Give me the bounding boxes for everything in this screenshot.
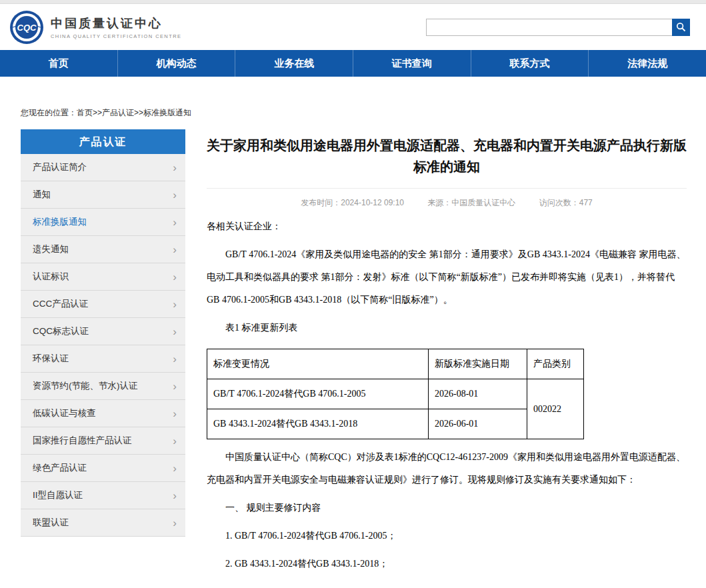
brand[interactable]: CQC 中国质量认证中心 CHINA QUALITY CERTIFICATION… bbox=[9, 10, 181, 45]
table-caption: 表1 标准更新列表 bbox=[207, 317, 687, 339]
sidebar-title: 产品认证 bbox=[21, 129, 185, 154]
sidebar-item-standard-change[interactable]: 标准换版通知 › bbox=[21, 209, 185, 236]
col-header-date: 新版标准实施日期 bbox=[429, 349, 527, 379]
article-body: 各相关认证企业： GB/T 4706.1-2024《家用及类似用途电器的的安全 … bbox=[207, 215, 687, 575]
nav-item-home[interactable]: 首页 bbox=[0, 50, 117, 77]
table-header-row: 标准变更情况 新版标准实施日期 产品类别 bbox=[207, 349, 584, 379]
search-input[interactable] bbox=[426, 19, 672, 36]
chevron-right-icon: › bbox=[173, 490, 177, 501]
list-item-1: 1. GB/T 4706.1-2024替代GB 4706.1-2005； bbox=[207, 525, 687, 547]
nav-item-law[interactable]: 法律法规 bbox=[588, 50, 706, 77]
sidebar-item-intro[interactable]: 产品认证简介 › bbox=[21, 154, 185, 181]
chevron-right-icon: › bbox=[173, 381, 177, 392]
sidebar-item-cert-mark[interactable]: 认证标识 › bbox=[21, 263, 185, 291]
visit-count: 访问次数：477 bbox=[539, 198, 593, 207]
search-icon bbox=[676, 22, 686, 32]
logo-text: CQC bbox=[17, 23, 37, 33]
paragraph-1: GB/T 4706.1-2024《家用及类似用途电器的的安全 第1部分：通用要求… bbox=[207, 243, 687, 311]
source: 来源：中国质量认证中心 bbox=[427, 198, 515, 207]
sidebar-item-type2-voluntary[interactable]: II型自愿认证 › bbox=[21, 482, 185, 509]
chevron-right-icon: › bbox=[173, 408, 177, 419]
cell-change-2: GB 4343.1-2024替代GB 4343.1-2018 bbox=[207, 409, 429, 439]
chevron-right-icon: › bbox=[173, 435, 177, 447]
cell-date-2: 2026-06-01 bbox=[429, 409, 527, 439]
chevron-right-icon: › bbox=[173, 353, 177, 365]
cqc-logo-icon: CQC bbox=[9, 10, 44, 45]
chevron-right-icon: › bbox=[173, 463, 177, 474]
chevron-right-icon: › bbox=[173, 244, 177, 255]
breadcrumb-path[interactable]: 首页>>产品认证>>标准换版通知 bbox=[77, 108, 191, 117]
nav-item-cert-query[interactable]: 证书查询 bbox=[353, 50, 471, 77]
cell-category: 002022 bbox=[527, 379, 584, 439]
content: 产品认证 产品认证简介 › 通知 › 标准换版通知 › 遗失通知 › 认证标识 … bbox=[0, 129, 706, 581]
article-meta: 发布时间：2024-10-12 09:10 来源：中国质量认证中心 访问次数：4… bbox=[207, 188, 687, 209]
org-names: 中国质量认证中心 CHINA QUALITY CERTIFICATION CEN… bbox=[51, 15, 181, 39]
chevron-right-icon: › bbox=[173, 326, 177, 337]
chevron-right-icon: › bbox=[173, 162, 177, 173]
sidebar-item-low-carbon[interactable]: 低碳认证与核查 › bbox=[21, 400, 185, 427]
section-heading: 一、 规则主要修订内容 bbox=[207, 497, 687, 519]
sidebar-item-green-product[interactable]: 绿色产品认证 › bbox=[21, 455, 185, 482]
sidebar-item-lost-notice[interactable]: 遗失通知 › bbox=[21, 236, 185, 263]
standards-table: 标准变更情况 新版标准实施日期 产品类别 GB/T 4706.1-2024替代G… bbox=[207, 349, 584, 439]
nav-item-online[interactable]: 业务在线 bbox=[235, 50, 353, 77]
org-name-cn: 中国质量认证中心 bbox=[51, 15, 181, 31]
sidebar: 产品认证 产品认证简介 › 通知 › 标准换版通知 › 遗失通知 › 认证标识 … bbox=[21, 129, 185, 537]
chevron-right-icon: › bbox=[173, 271, 177, 283]
search-box bbox=[426, 19, 690, 36]
main-nav: 首页 机构动态 业务在线 证书查询 联系方式 法律法规 bbox=[0, 50, 706, 77]
sidebar-item-national-voluntary[interactable]: 国家推行自愿性产品认证 › bbox=[21, 427, 185, 455]
cell-date-1: 2026-08-01 bbox=[429, 379, 527, 409]
chevron-right-icon: › bbox=[173, 299, 177, 310]
greeting-line: 各相关认证企业： bbox=[207, 215, 687, 238]
sidebar-item-notice[interactable]: 通知 › bbox=[21, 181, 185, 209]
site-header: CQC 中国质量认证中心 CHINA QUALITY CERTIFICATION… bbox=[0, 4, 706, 50]
table-row: GB/T 4706.1-2024替代GB 4706.1-2005 2026-08… bbox=[207, 379, 584, 409]
sidebar-item-resource-saving[interactable]: 资源节约(节能、节水)认证 › bbox=[21, 373, 185, 400]
col-header-change: 标准变更情况 bbox=[207, 349, 429, 379]
chevron-right-icon: › bbox=[173, 517, 177, 529]
breadcrumb: 您现在的位置：首页>>产品认证>>标准换版通知 bbox=[21, 107, 706, 119]
breadcrumb-label: 您现在的位置： bbox=[21, 108, 77, 117]
chevron-right-icon: › bbox=[173, 189, 177, 201]
col-header-category: 产品类别 bbox=[527, 349, 584, 379]
cell-change-1: GB/T 4706.1-2024替代GB 4706.1-2005 bbox=[207, 379, 429, 409]
page-title: 关于家用和类似用途电器用外置电源适配器、充电器和内置开关电源产品执行新版标准的通… bbox=[207, 135, 687, 177]
sidebar-item-ccc[interactable]: CCC产品认证 › bbox=[21, 291, 185, 318]
sidebar-item-alliance[interactable]: 联盟认证 › bbox=[21, 509, 185, 537]
publish-time: 发布时间：2024-10-12 09:10 bbox=[301, 198, 404, 207]
chevron-right-icon: › bbox=[173, 217, 177, 228]
org-name-en: CHINA QUALITY CERTIFICATION CENTRE bbox=[51, 33, 181, 39]
sidebar-item-cqc-mark[interactable]: CQC标志认证 › bbox=[21, 318, 185, 345]
nav-item-news[interactable]: 机构动态 bbox=[117, 50, 235, 77]
article: 关于家用和类似用途电器用外置电源适配器、充电器和内置开关电源产品执行新版标准的通… bbox=[207, 129, 687, 581]
search-button[interactable] bbox=[672, 19, 690, 36]
nav-item-contact[interactable]: 联系方式 bbox=[471, 50, 589, 77]
sidebar-item-eco[interactable]: 环保认证 › bbox=[21, 345, 185, 373]
paragraph-2: 中国质量认证中心（简称CQC）对涉及表1标准的CQC12-461237-2009… bbox=[207, 446, 687, 491]
list-item-2: 2. GB 4343.1-2024替代GB 4343.1-2018； bbox=[207, 553, 687, 575]
